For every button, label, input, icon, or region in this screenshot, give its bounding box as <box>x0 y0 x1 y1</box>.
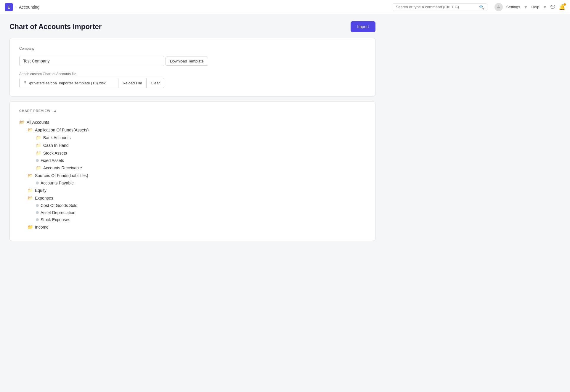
settings-button[interactable]: Settings <box>506 5 520 9</box>
page-header: Chart of Accounts Importer Import <box>9 21 375 32</box>
tree-root-node: 📂All Accounts <box>19 119 366 126</box>
tree-node-label: Income <box>35 225 49 229</box>
folder-icon: 📂 <box>19 120 25 125</box>
avatar: A <box>494 3 503 11</box>
app-logo: E <box>5 3 13 11</box>
tree-item: Stock Expenses <box>36 216 366 223</box>
tree-item: Asset Depreciation <box>36 209 366 216</box>
help-button[interactable]: Help <box>531 5 539 9</box>
dot-icon <box>36 217 39 222</box>
tree-item: 📁Income <box>28 224 366 231</box>
account-tree: 📂All Accounts📂Application Of Funds(Asset… <box>19 119 366 231</box>
preview-chevron-icon[interactable]: ▲ <box>53 109 57 113</box>
form-card: Company Download Template Attach custom … <box>9 38 375 97</box>
topbar: E › Accounting 🔍 A Settings ▼ Help ▼ 💬 🔔 <box>0 0 570 14</box>
folder-icon: 📁 <box>28 188 33 193</box>
folder-icon: 📂 <box>28 173 33 178</box>
breadcrumb-chevron: › <box>15 5 17 9</box>
tree-node: 📁Equity <box>28 187 366 194</box>
import-button[interactable]: Import <box>351 21 375 32</box>
tree-node: 📁Accounts Receivable <box>36 164 366 171</box>
tree-item: Fixed Assets <box>36 157 366 164</box>
tree-node: Stock Expenses <box>36 216 366 223</box>
tree-node-label: Cash In Hand <box>43 143 69 148</box>
notifications-bell[interactable]: 🔔 <box>559 4 565 10</box>
dot-icon <box>36 181 39 185</box>
page-title: Chart of Accounts Importer <box>9 23 102 31</box>
tree-item: Cost Of Goods Sold <box>36 202 366 209</box>
tree-item: 📂ExpensesCost Of Goods SoldAsset Depreci… <box>28 195 366 223</box>
folder-icon: 📁 <box>36 150 41 156</box>
chart-preview-card: CHART PREVIEW ▲ 📂All Accounts📂Applicatio… <box>9 101 375 241</box>
tree-item: 📁Cash In Hand <box>36 142 366 149</box>
tree-node-label: Application Of Funds(Assets) <box>35 128 89 132</box>
file-path: 🖈 /private/files/coa_importer_template (… <box>20 78 118 88</box>
tree-node: 📁Bank Accounts <box>36 134 366 141</box>
preview-header: CHART PREVIEW ▲ <box>19 109 366 113</box>
tree-item: 📁Equity <box>28 187 366 194</box>
tree-node-label: Accounts Receivable <box>43 166 82 170</box>
tree-node: Asset Depreciation <box>36 209 366 216</box>
tree-item: 📁Accounts Receivable <box>36 164 366 171</box>
file-actions: Reload File Clear <box>118 78 164 88</box>
attach-label: Attach custom Chart of Accounts file <box>19 72 366 76</box>
dot-icon <box>36 203 39 208</box>
reload-file-button[interactable]: Reload File <box>118 78 147 88</box>
tree-item: 📂Application Of Funds(Assets)📁Bank Accou… <box>28 126 366 171</box>
download-template-button[interactable]: Download Template <box>166 57 208 66</box>
tree-node: 📁Income <box>28 224 366 231</box>
file-icon: 🖈 <box>23 81 27 85</box>
file-input-row: 🖈 /private/files/coa_importer_template (… <box>19 78 164 88</box>
tree-root-label: All Accounts <box>27 120 49 125</box>
tree-item: Accounts Payable <box>36 180 366 186</box>
tree-node-label: Fixed Assets <box>41 158 64 163</box>
notification-dot <box>563 3 566 6</box>
tree-node: 📂Application Of Funds(Assets) <box>28 126 366 134</box>
tree-node: 📂Expenses <box>28 195 366 202</box>
tree-node: 📁Cash In Hand <box>36 142 366 149</box>
company-label: Company <box>19 46 366 51</box>
folder-icon: 📂 <box>28 127 33 133</box>
tree-node-label: Expenses <box>35 196 53 200</box>
tree-node-label: Sources Of Funds(Liabilities) <box>35 173 88 178</box>
tree-item: 📁Bank Accounts <box>36 134 366 141</box>
folder-icon: 📁 <box>36 143 41 148</box>
tree-node-label: Stock Expenses <box>41 217 70 222</box>
tree-node-label: Stock Assets <box>43 151 67 155</box>
tree-node: 📁Stock Assets <box>36 150 366 157</box>
tree-node-label: Bank Accounts <box>43 135 71 140</box>
tree-item: 📁Stock Assets <box>36 150 366 157</box>
tree-node: 📂Sources Of Funds(Liabilities) <box>28 172 366 179</box>
tree-item: 📂Sources Of Funds(Liabilities)Accounts P… <box>28 172 366 186</box>
tree-node: Accounts Payable <box>36 180 366 186</box>
company-input[interactable] <box>19 56 164 66</box>
topbar-right: A Settings ▼ Help ▼ 💬 🔔 <box>494 3 565 11</box>
tree-node-label: Asset Depreciation <box>41 210 76 215</box>
tree-node: Cost Of Goods Sold <box>36 202 366 209</box>
global-search[interactable]: 🔍 <box>393 3 487 11</box>
dot-icon <box>36 210 39 215</box>
preview-title: CHART PREVIEW <box>19 109 50 113</box>
search-input[interactable] <box>396 5 477 9</box>
app-name: Accounting <box>19 5 39 9</box>
tree-node-label: Cost Of Goods Sold <box>41 203 78 208</box>
folder-icon: 📁 <box>36 165 41 171</box>
folder-icon: 📂 <box>28 195 33 201</box>
folder-icon: 📁 <box>36 135 41 140</box>
search-icon: 🔍 <box>479 5 484 9</box>
page-content: Chart of Accounts Importer Import Compan… <box>0 14 385 248</box>
clear-button[interactable]: Clear <box>147 78 164 88</box>
tree-node: Fixed Assets <box>36 157 366 164</box>
chat-icon[interactable]: 💬 <box>550 5 555 9</box>
dot-icon <box>36 158 39 163</box>
tree-node-label: Equity <box>35 188 46 193</box>
tree-node-label: Accounts Payable <box>41 181 74 185</box>
tree-root-item: 📂All Accounts📂Application Of Funds(Asset… <box>19 119 366 231</box>
file-path-text: /private/files/coa_importer_template (13… <box>29 81 106 85</box>
folder-blue-icon: 📁 <box>28 224 33 230</box>
